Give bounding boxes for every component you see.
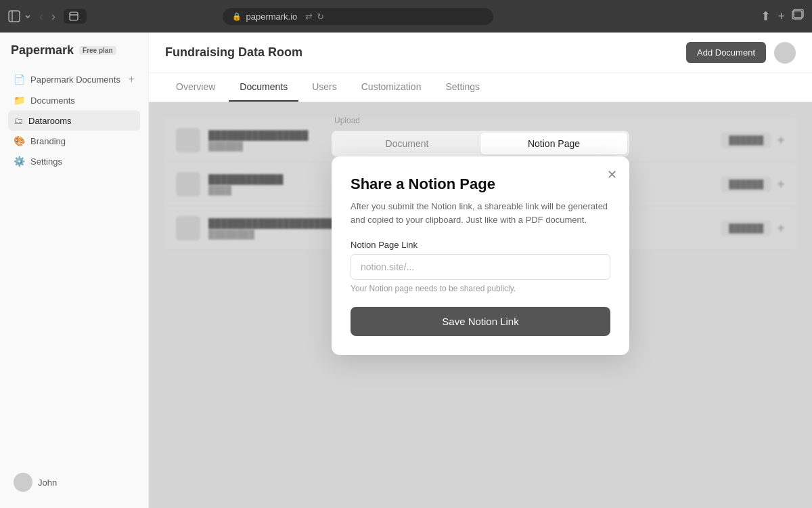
modal-overlay: Upload Document Notion Page ✕ Share a No…: [149, 102, 812, 508]
top-bar-avatar: [774, 42, 796, 64]
upload-label: Upload: [334, 116, 360, 125]
sidebar-item-settings[interactable]: ⚙️ Settings: [8, 151, 140, 171]
modal-title: Share a Notion Page: [351, 175, 610, 193]
sidebar-user-avatar: [14, 473, 32, 492]
tab-document-type[interactable]: Document: [334, 133, 480, 154]
top-bar-actions: Add Document: [686, 42, 796, 64]
share-notion-modal: ✕ Share a Notion Page After you submit t…: [332, 156, 629, 355]
modal-close-button[interactable]: ✕: [604, 166, 620, 184]
tab-users[interactable]: Users: [301, 73, 348, 102]
browser-actions: ⬆ +: [761, 9, 804, 24]
sidebar-logo: Papermark Free plan: [8, 43, 140, 58]
forward-button[interactable]: ›: [49, 9, 58, 24]
sidebar-toggle[interactable]: [8, 10, 31, 22]
main-content: Fundraising Data Room Add Document Overv…: [149, 33, 812, 508]
sidebar-item-datarooms[interactable]: 🗂 Datarooms: [8, 110, 140, 131]
sidebar-item-label: Datarooms: [28, 116, 135, 126]
papermark-documents-add[interactable]: +: [129, 73, 135, 85]
browser-chrome: ‹ › 🔒 papermark.io ⇄ ↻ ⬆ +: [0, 0, 812, 33]
sidebar-item-label: Settings: [30, 156, 135, 167]
tab-settings[interactable]: Settings: [434, 73, 491, 102]
tab-documents[interactable]: Documents: [229, 73, 298, 102]
tab-overview[interactable]: Overview: [165, 73, 226, 102]
sidebar-item-papermark-documents[interactable]: 📄 Papermark Documents +: [8, 68, 140, 90]
notion-link-label: Notion Page Link: [351, 240, 610, 250]
settings-icon: ⚙️: [14, 156, 25, 167]
top-bar: Fundraising Data Room Add Document: [149, 33, 812, 73]
notion-link-hint: Your Notion page needs to be shared publ…: [351, 284, 610, 293]
tabs-bar: Overview Documents Users Customization S…: [149, 73, 812, 102]
notion-link-input[interactable]: [351, 254, 610, 280]
back-button[interactable]: ‹: [37, 9, 46, 24]
sidebar-item-branding[interactable]: 🎨 Branding: [8, 131, 140, 151]
sidebar-item-label: Branding: [30, 136, 135, 146]
modal-tabs-container: Upload Document Notion Page ✕ Share a No…: [332, 116, 629, 355]
tab-notion-type[interactable]: Notion Page: [480, 133, 627, 154]
svg-rect-0: [9, 11, 20, 22]
papermark-documents-icon: 📄: [14, 74, 25, 85]
sidebar: Papermark Free plan 📄 Papermark Document…: [0, 33, 149, 508]
modal-description: After you submit the Notion link, a shar…: [351, 200, 610, 226]
add-document-button[interactable]: Add Document: [686, 42, 766, 63]
sidebar-username: John: [38, 478, 57, 488]
modal-type-tabs: Document Notion Page: [332, 131, 629, 156]
page-title: Fundraising Data Room: [165, 45, 686, 60]
browser-nav: ‹ ›: [37, 9, 58, 24]
documents-icon: 📁: [14, 95, 25, 106]
new-tab-button[interactable]: +: [777, 9, 785, 24]
tabs-button[interactable]: [792, 9, 804, 24]
app-container: Papermark Free plan 📄 Papermark Document…: [0, 33, 812, 508]
translate-icon: ⇄: [305, 12, 313, 22]
save-notion-link-button[interactable]: Save Notion Link: [351, 307, 610, 336]
sidebar-nav: 📄 Papermark Documents + 📁 Documents 🗂 Da…: [8, 68, 140, 171]
content-area: ████████████████ ██████ ██████ + ███████…: [149, 102, 812, 508]
address-bar[interactable]: 🔒 papermark.io ⇄ ↻: [223, 8, 493, 25]
browser-tab[interactable]: [64, 9, 87, 24]
sidebar-plan-badge: Free plan: [79, 46, 116, 55]
sidebar-footer: John: [8, 467, 140, 497]
refresh-icon[interactable]: ↻: [317, 12, 324, 22]
datarooms-icon: 🗂: [14, 115, 23, 126]
svg-rect-2: [70, 12, 78, 20]
sidebar-item-documents[interactable]: 📁 Documents: [8, 90, 140, 110]
sidebar-item-label: Papermark Documents: [30, 75, 123, 85]
lock-icon: 🔒: [232, 12, 242, 21]
sidebar-item-label: Documents: [30, 96, 135, 106]
share-button[interactable]: ⬆: [761, 9, 771, 24]
tab-customization[interactable]: Customization: [351, 73, 432, 102]
url-text: papermark.io: [246, 12, 297, 22]
branding-icon: 🎨: [14, 135, 25, 146]
browser-tab-area: [64, 9, 87, 24]
